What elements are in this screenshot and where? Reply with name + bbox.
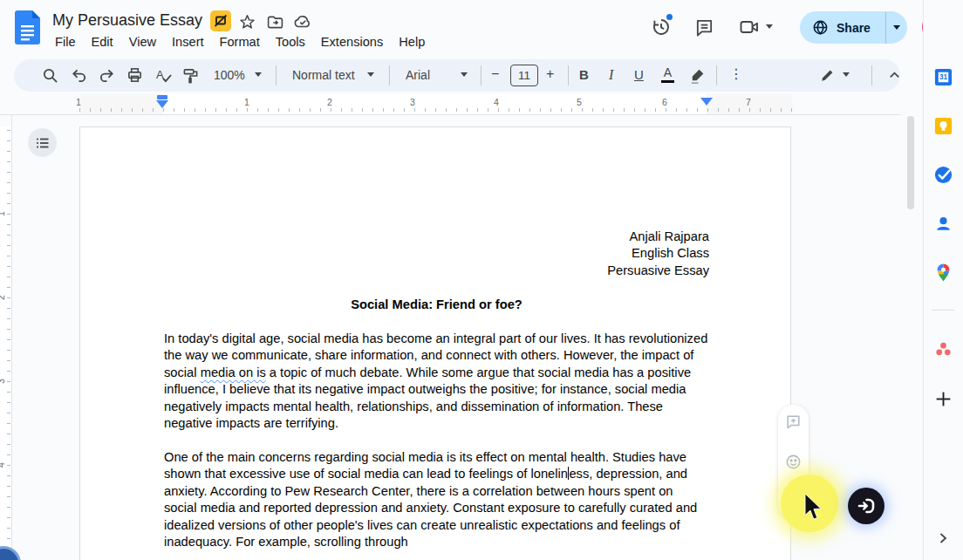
header-lines: Anjali RajparaEnglish ClassPersuasive Es… xyxy=(164,229,709,279)
video-call-icon[interactable] xyxy=(738,16,761,38)
text-line: influence, I believe that its negative i… xyxy=(164,381,709,398)
menu-extensions[interactable]: Extensions xyxy=(313,33,391,51)
google-docs-app: My Persuasive Essay FileEditViewInsertFo… xyxy=(0,0,963,560)
redo-icon[interactable] xyxy=(95,64,119,87)
emoji-reaction-icon[interactable] xyxy=(785,454,802,470)
increase-font-size-button[interactable]: + xyxy=(546,66,554,82)
text-cursor xyxy=(568,467,570,480)
ruler-label: 2 xyxy=(0,295,6,300)
style-dropdown-icon[interactable] xyxy=(367,72,374,77)
get-addons-plus-icon[interactable] xyxy=(932,388,953,409)
calendar-icon[interactable]: 31 xyxy=(932,66,953,87)
editing-mode-dropdown-icon[interactable] xyxy=(843,72,850,77)
highlighted-action-icon xyxy=(210,10,231,31)
header-line: English Class xyxy=(164,245,709,262)
corner-widget xyxy=(0,546,21,560)
mouse-cursor xyxy=(802,493,823,522)
add-comment-icon[interactable] xyxy=(785,413,802,430)
text-line: social media on is a topic of much debat… xyxy=(164,365,709,381)
show-outline-button[interactable] xyxy=(28,128,57,157)
ruler-label: 1 xyxy=(76,97,81,107)
maps-icon[interactable] xyxy=(932,262,953,283)
outline-list-icon xyxy=(35,135,51,151)
tasks-icon[interactable] xyxy=(932,164,953,185)
text-color-button[interactable]: A xyxy=(661,66,674,83)
expand-side-panel-icon[interactable] xyxy=(932,528,953,549)
ruler-ticks xyxy=(79,108,792,112)
search-icon[interactable] xyxy=(38,64,62,87)
menu-format[interactable]: Format xyxy=(212,33,268,51)
menu-file[interactable]: File xyxy=(47,33,84,51)
more-options-button[interactable]: ⋮ xyxy=(729,65,743,82)
vertical-scrollbar[interactable] xyxy=(907,116,914,209)
cloud-saved-icon[interactable] xyxy=(293,12,312,31)
text-line: idealized versions of other people's liv… xyxy=(164,517,709,534)
font-dropdown-icon[interactable] xyxy=(461,72,468,77)
doc-paragraphs: In today's digital age, social media has… xyxy=(164,331,709,551)
left-indent-marker[interactable] xyxy=(156,100,168,108)
text-line: the way we communicate, share informatio… xyxy=(164,347,709,364)
menu-help[interactable]: Help xyxy=(391,33,433,51)
text-line: inadequacy. For example, scrolling throu… xyxy=(164,534,709,550)
share-button: Share xyxy=(800,11,907,44)
share-label: Share xyxy=(837,21,871,35)
ruler-label: 2 xyxy=(327,97,332,107)
docs-logo[interactable] xyxy=(15,10,40,44)
side-panel-divider xyxy=(932,310,954,311)
zoom-value[interactable]: 100% xyxy=(214,68,245,82)
text-line: anxiety. According to Pew Research Cente… xyxy=(164,483,709,500)
print-icon[interactable] xyxy=(123,64,147,87)
italic-button[interactable]: I xyxy=(609,67,613,83)
menu-edit[interactable]: Edit xyxy=(84,33,121,51)
paint-format-icon[interactable] xyxy=(179,64,202,87)
paragraph-style-value[interactable]: Normal text xyxy=(292,68,355,82)
ruler-label: 4 xyxy=(0,462,6,468)
keep-icon[interactable] xyxy=(932,115,953,136)
document-title[interactable]: My Persuasive Essay xyxy=(52,11,202,30)
video-call-dropdown-icon[interactable] xyxy=(766,24,773,29)
decrease-font-size-button[interactable]: − xyxy=(491,66,499,82)
recorder-badge-icon[interactable] xyxy=(848,488,884,524)
menu-view[interactable]: View xyxy=(121,33,164,51)
document-text[interactable]: Anjali RajparaEnglish ClassPersuasive Es… xyxy=(164,229,709,551)
undo-icon[interactable] xyxy=(67,64,91,87)
zoom-dropdown-icon[interactable] xyxy=(255,72,262,77)
collapse-toolbar-icon[interactable] xyxy=(883,64,906,87)
vertical-ruler-ticks xyxy=(7,130,10,560)
history-notification-dot xyxy=(666,14,673,20)
menu-tools[interactable]: Tools xyxy=(268,33,313,51)
spellcheck-icon[interactable]: A xyxy=(151,64,174,87)
star-icon[interactable] xyxy=(237,12,256,31)
text-line: social media and reported depression and… xyxy=(164,500,709,516)
comments-icon[interactable] xyxy=(693,16,715,38)
font-size-value[interactable]: 11 xyxy=(510,65,538,86)
editing-mode-pen-icon[interactable] xyxy=(815,64,838,87)
share-main-button[interactable]: Share xyxy=(800,11,885,44)
font-value[interactable]: Arial xyxy=(406,68,430,82)
asana-icon[interactable] xyxy=(932,338,953,359)
share-dropdown-button[interactable] xyxy=(886,11,907,44)
ruler-label: 5 xyxy=(577,97,582,107)
underline-button[interactable]: U xyxy=(634,67,644,82)
text-color-swatch xyxy=(661,80,674,84)
link-access-globe-icon xyxy=(812,19,829,36)
ruler-label: 6 xyxy=(662,97,667,107)
ruler-label: 7 xyxy=(746,97,751,107)
ruler-label: 1 xyxy=(244,97,249,107)
ruler-bottom-line xyxy=(0,114,900,115)
ruler-label: 3 xyxy=(410,97,415,107)
move-folder-icon[interactable] xyxy=(265,12,284,31)
right-indent-marker[interactable] xyxy=(700,98,713,106)
ruler-label: 4 xyxy=(494,97,499,107)
bold-button[interactable]: B xyxy=(579,67,589,82)
svg-text:31: 31 xyxy=(939,73,947,81)
highlight-color-icon[interactable] xyxy=(686,64,709,87)
text-line: negative impacts are terrifying. xyxy=(164,415,709,432)
first-line-indent-marker[interactable] xyxy=(157,95,167,99)
contacts-icon[interactable] xyxy=(932,213,953,234)
main-toolbar: A 100% Normal text Arial − 11 + B I U A … xyxy=(14,59,900,92)
menu-insert[interactable]: Insert xyxy=(164,33,212,51)
grammar-suggestion[interactable]: media on is xyxy=(201,365,266,379)
vertical-ruler-line xyxy=(11,114,12,560)
document-page[interactable]: Anjali RajparaEnglish ClassPersuasive Es… xyxy=(79,126,791,560)
